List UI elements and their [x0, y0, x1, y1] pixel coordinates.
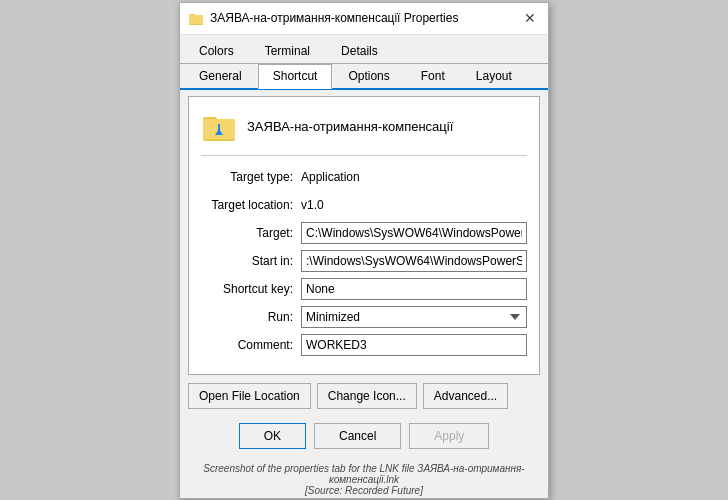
open-file-location-button[interactable]: Open File Location	[188, 383, 311, 409]
run-label: Run:	[201, 310, 301, 324]
tab-general[interactable]: General	[184, 64, 257, 88]
run-select[interactable]: Minimized Normal window Maximized	[301, 306, 527, 328]
advanced-button[interactable]: Advanced...	[423, 383, 508, 409]
target-location-label: Target location:	[201, 198, 301, 212]
tab-shortcut[interactable]: Shortcut	[258, 64, 333, 89]
tab-colors[interactable]: Colors	[184, 39, 249, 63]
ok-button[interactable]: OK	[239, 423, 306, 449]
dialog-title: ЗАЯВА-на-отримання-компенсації Propertie…	[210, 11, 458, 25]
close-button[interactable]: ✕	[520, 8, 540, 28]
tab-layout[interactable]: Layout	[461, 64, 527, 88]
shortcut-key-label: Shortcut key:	[201, 282, 301, 296]
action-buttons: Open File Location Change Icon... Advanc…	[188, 383, 540, 409]
apply-button[interactable]: Apply	[409, 423, 489, 449]
start-in-row: Start in:	[201, 250, 527, 272]
tab-font[interactable]: Font	[406, 64, 460, 88]
tabs-row-1: Colors Terminal Details	[180, 35, 548, 64]
tab-details[interactable]: Details	[326, 39, 393, 63]
comment-input[interactable]	[301, 334, 527, 356]
target-location-value: v1.0	[301, 198, 324, 212]
target-location-row: Target location: v1.0	[201, 194, 527, 216]
start-in-label: Start in:	[201, 254, 301, 268]
folder-icon	[201, 109, 237, 145]
tab-terminal[interactable]: Terminal	[250, 39, 325, 63]
cancel-button[interactable]: Cancel	[314, 423, 401, 449]
app-title-icon	[188, 10, 204, 26]
properties-dialog: ЗАЯВА-на-отримання-компенсації Propertie…	[179, 2, 549, 499]
tabs-row-2: General Shortcut Options Font Layout	[180, 64, 548, 90]
target-label: Target:	[201, 226, 301, 240]
app-header: ЗАЯВА-на-отримання-компенсації	[201, 109, 527, 156]
run-row: Run: Minimized Normal window Maximized	[201, 306, 527, 328]
shortcut-key-row: Shortcut key:	[201, 278, 527, 300]
start-in-input[interactable]	[301, 250, 527, 272]
comment-label: Comment:	[201, 338, 301, 352]
title-bar: ЗАЯВА-на-отримання-компенсації Propertie…	[180, 3, 548, 35]
shortcut-key-input[interactable]	[301, 278, 527, 300]
dialog-footer: OK Cancel Apply	[180, 413, 548, 461]
target-type-row: Target type: Application	[201, 166, 527, 188]
target-row: Target:	[201, 222, 527, 244]
title-bar-left: ЗАЯВА-на-отримання-компенсації Propertie…	[188, 10, 458, 26]
content-panel: ЗАЯВА-на-отримання-компенсації Target ty…	[188, 96, 540, 375]
screenshot-caption: Screenshot of the properties tab for the…	[180, 461, 548, 498]
change-icon-button[interactable]: Change Icon...	[317, 383, 417, 409]
svg-rect-2	[189, 15, 203, 24]
target-type-label: Target type:	[201, 170, 301, 184]
svg-rect-8	[218, 124, 220, 132]
target-type-value: Application	[301, 170, 360, 184]
app-name: ЗАЯВА-на-отримання-компенсації	[247, 119, 453, 134]
comment-row: Comment:	[201, 334, 527, 356]
target-input[interactable]	[301, 222, 527, 244]
tab-options[interactable]: Options	[333, 64, 404, 88]
